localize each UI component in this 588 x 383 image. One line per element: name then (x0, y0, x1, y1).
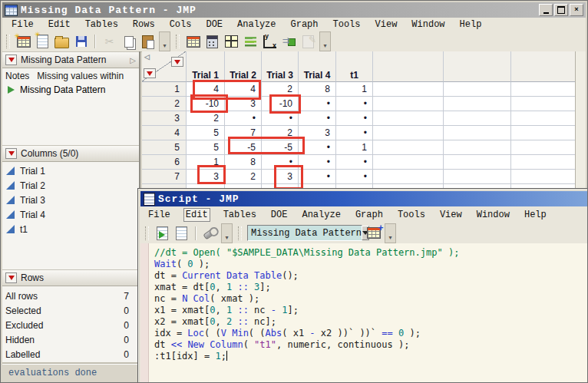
menu-view[interactable]: View (438, 209, 464, 221)
cell[interactable]: 2 (225, 170, 262, 184)
cell[interactable]: • (299, 97, 336, 111)
grid-corner-cell[interactable]: ◁ (142, 51, 187, 82)
bar-chart-icon[interactable] (243, 34, 259, 49)
debug-wrench-icon[interactable] (202, 226, 218, 241)
collapse-panel-icon[interactable]: ◁ (144, 54, 150, 61)
cell[interactable] (511, 82, 579, 97)
cell[interactable]: 5 (187, 126, 225, 140)
menu-edit[interactable]: Edit (183, 208, 210, 222)
menu-window[interactable]: Window (410, 18, 446, 31)
red-triangle-menu-button[interactable] (5, 148, 17, 159)
red-triangle-menu-button[interactable] (5, 272, 17, 283)
toolbar-overflow-button[interactable]: ▾ (385, 223, 396, 243)
cell[interactable]: • (336, 126, 373, 140)
cell[interactable] (373, 170, 444, 184)
row-stat[interactable]: Labelled0 (2, 347, 139, 362)
cell[interactable]: 1 (336, 140, 373, 155)
column-header-trial-3[interactable]: Trial 3 (262, 51, 299, 82)
data-table-icon[interactable] (185, 34, 201, 49)
menu-doe[interactable]: DOE (269, 209, 289, 221)
menu-rows[interactable]: Rows (131, 18, 157, 31)
rows-panel-header[interactable]: Rows (2, 269, 139, 286)
row-number[interactable]: 7 (142, 170, 187, 184)
menu-help[interactable]: Help (458, 18, 484, 31)
table-selector-combobox[interactable]: Missing Data Pattern (247, 225, 362, 241)
toolbar-overflow-button[interactable]: ▾ (221, 223, 233, 243)
new-table-plus-icon[interactable] (365, 226, 382, 241)
menu-doe[interactable]: DOE (204, 18, 224, 31)
cell[interactable]: 5 (187, 140, 225, 155)
calculator-icon[interactable] (204, 34, 220, 49)
cell[interactable]: 2 (187, 111, 225, 126)
menu-window[interactable]: Window (475, 209, 511, 221)
menu-tables[interactable]: Tables (84, 18, 120, 31)
row-stat[interactable]: All rows7 (2, 289, 139, 303)
menu-view[interactable]: View (374, 18, 399, 31)
window-panes-icon[interactable] (223, 34, 239, 49)
red-triangle-menu-button[interactable] (5, 54, 17, 65)
cell[interactable] (511, 97, 579, 111)
column-list-item[interactable]: Trial 3 (2, 193, 139, 207)
cell[interactable] (373, 82, 444, 97)
cell[interactable]: • (225, 111, 262, 126)
save-icon[interactable] (73, 34, 89, 49)
row-stat[interactable]: Hidden0 (2, 332, 139, 347)
menu-graph[interactable]: Graph (289, 18, 320, 31)
cell[interactable]: • (336, 111, 373, 126)
paste-icon[interactable] (140, 34, 156, 49)
cell[interactable] (511, 170, 579, 184)
cell[interactable] (511, 111, 579, 126)
menu-help[interactable]: Help (523, 209, 548, 221)
cell[interactable] (511, 126, 579, 140)
menu-analyze[interactable]: Analyze (300, 209, 342, 221)
column-list-item[interactable]: Trial 1 (2, 163, 139, 178)
join-tables-icon[interactable] (281, 34, 297, 49)
row-number[interactable]: 6 (142, 155, 187, 170)
column-header-empty[interactable] (444, 51, 511, 82)
column-header-empty[interactable] (373, 51, 444, 82)
minimize-button[interactable] (539, 4, 553, 16)
cell[interactable] (373, 97, 444, 111)
cell[interactable] (373, 140, 444, 155)
close-button[interactable]: × (570, 4, 583, 16)
column-header-trial-2[interactable]: Trial 2 (225, 51, 262, 82)
row-number[interactable]: 2 (142, 97, 187, 111)
cell[interactable]: • (336, 170, 373, 184)
menu-file[interactable]: File (147, 209, 172, 221)
maximize-button[interactable] (554, 4, 568, 16)
column-header-trial-4[interactable]: Trial 4 (299, 51, 336, 82)
new-data-table-icon[interactable] (15, 34, 31, 49)
cell[interactable] (373, 126, 444, 140)
run-script-icon[interactable] (154, 226, 170, 241)
column-header-t1[interactable]: t1 (336, 51, 373, 82)
cell[interactable] (444, 97, 511, 111)
script-titlebar[interactable]: Script - JMP (140, 191, 588, 206)
menu-graph[interactable]: Graph (354, 209, 385, 221)
table-script-item[interactable]: Missing Data Pattern (2, 83, 139, 97)
cell[interactable]: • (336, 97, 373, 111)
row-stat[interactable]: Selected0 (2, 303, 139, 318)
cell[interactable] (444, 140, 511, 155)
cut-icon[interactable]: ✂ (101, 34, 117, 49)
open-log-icon[interactable] (173, 226, 190, 241)
row-stat[interactable]: Excluded0 (2, 318, 139, 332)
menu-tools[interactable]: Tools (396, 209, 427, 221)
cell[interactable] (444, 126, 511, 140)
menu-tools[interactable]: Tools (332, 18, 362, 31)
cell[interactable] (511, 155, 579, 170)
cell[interactable] (444, 155, 511, 170)
columns-panel-header[interactable]: Columns (5/0) (2, 145, 139, 162)
row-number[interactable]: 4 (142, 126, 187, 140)
column-list-item[interactable]: Trial 4 (2, 207, 139, 222)
new-script-icon[interactable] (35, 34, 51, 49)
panel-expand-icon[interactable]: ▷ (130, 56, 136, 64)
column-list-item[interactable]: Trial 2 (2, 178, 139, 193)
row-number[interactable]: 3 (142, 111, 187, 126)
plot-axes-icon[interactable] (262, 34, 278, 49)
copy-icon[interactable] (121, 34, 137, 49)
open-icon[interactable] (54, 34, 70, 49)
main-titlebar[interactable]: Missing Data Pattern - JMP × (2, 2, 586, 18)
column-list-item[interactable]: t1 (2, 222, 139, 236)
menu-edit[interactable]: Edit (47, 18, 72, 31)
menu-analyze[interactable]: Analyze (236, 18, 277, 31)
